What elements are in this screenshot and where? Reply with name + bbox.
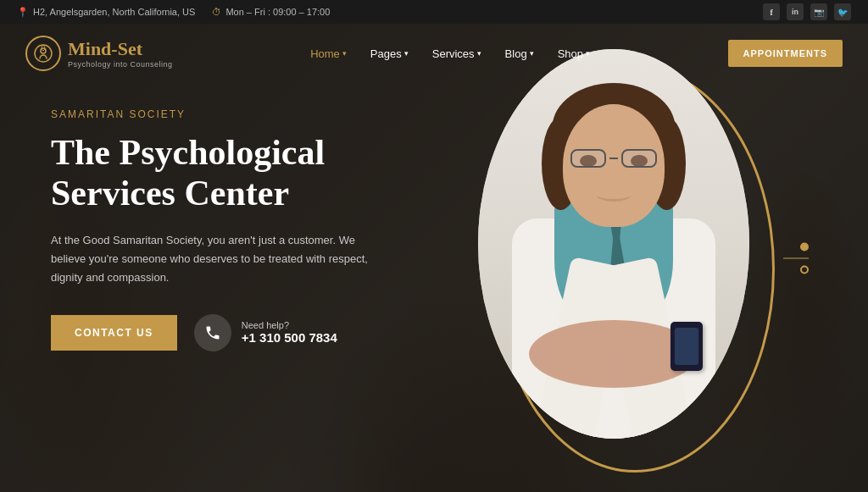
phone-label: Need help? xyxy=(242,320,337,330)
scroll-dot-1[interactable] xyxy=(800,242,809,251)
nav-pages-label: Pages xyxy=(370,47,402,60)
appointments-button[interactable]: APPOINTMENTS xyxy=(728,40,843,67)
hero-content: SAMARITAN SOCIETY The Psychological Serv… xyxy=(51,108,432,351)
clock-icon: ⏱ xyxy=(212,7,221,17)
nav-services-arrow: ▾ xyxy=(477,49,481,58)
logo-name: Mind-Set xyxy=(68,38,173,60)
address-text: H2, Angelsgarden, North California, US xyxy=(33,7,195,17)
doctor-image-container xyxy=(478,49,766,464)
glasses xyxy=(567,149,660,168)
contact-button[interactable]: CONTACT US xyxy=(51,315,177,351)
phone-icon[interactable] xyxy=(194,314,231,351)
phone-svg xyxy=(204,324,221,341)
nav-home-arrow: ▾ xyxy=(342,49,347,58)
scroll-dots xyxy=(800,242,809,274)
instagram-icon[interactable]: 📷 xyxy=(810,3,827,20)
nav-home[interactable]: Home ▾ xyxy=(310,47,347,60)
smile xyxy=(597,189,631,202)
logo-icon xyxy=(25,36,61,71)
hours-item: ⏱ Mon – Fri : 09:00 – 17:00 xyxy=(212,7,330,17)
glasses-bridge xyxy=(609,158,618,159)
logo-text-block: Mind-Set Psychology into Counseling xyxy=(68,38,173,69)
nav-blog-label: Blog xyxy=(505,47,527,60)
navbar: Mind-Set Psychology into Counseling Home… xyxy=(0,24,868,83)
logo: Mind-Set Psychology into Counseling xyxy=(25,36,173,71)
nav-services-label: Services xyxy=(432,47,475,60)
phone-number: +1 310 500 7834 xyxy=(242,330,337,345)
mobile-phone xyxy=(670,322,703,371)
hero-subtitle: SAMARITAN SOCIETY xyxy=(51,108,432,120)
nav-blog[interactable]: Blog ▾ xyxy=(505,47,534,60)
location-icon: 📍 xyxy=(17,7,29,18)
phone-text: Need help? +1 310 500 7834 xyxy=(242,320,337,345)
scroll-dot-2[interactable] xyxy=(800,265,809,274)
phone-block: Need help? +1 310 500 7834 xyxy=(194,314,337,351)
scroll-line xyxy=(783,257,809,258)
logo-tagline: Psychology into Counseling xyxy=(68,60,173,69)
phone-screen xyxy=(675,328,698,365)
nav-pages[interactable]: Pages ▾ xyxy=(370,47,409,60)
facebook-icon[interactable]: f xyxy=(763,3,780,20)
nav-shop-arrow: ▾ xyxy=(586,49,590,58)
hero-title: The Psychological Services Center xyxy=(51,132,432,214)
logo-svg xyxy=(33,43,53,64)
top-bar: 📍 H2, Angelsgarden, North California, US… xyxy=(0,0,868,24)
hero-actions: CONTACT US Need help? +1 310 500 7834 xyxy=(51,314,432,351)
top-bar-left: 📍 H2, Angelsgarden, North California, US… xyxy=(17,7,330,18)
nav-pages-arrow: ▾ xyxy=(404,49,409,58)
address-item: 📍 H2, Angelsgarden, North California, US xyxy=(17,7,195,18)
glasses-right-lens xyxy=(621,149,657,168)
nav-blog-arrow: ▾ xyxy=(530,49,534,58)
nav-home-label: Home xyxy=(310,47,340,60)
nav-links: Home ▾ Pages ▾ Services ▾ Blog ▾ Shop ▾ xyxy=(310,47,590,60)
hours-text: Mon – Fri : 09:00 – 17:00 xyxy=(225,7,330,17)
twitter-icon[interactable]: 🐦 xyxy=(834,3,851,20)
hero-description: At the Good Samaritan Society, you aren'… xyxy=(51,231,373,287)
nav-shop-label: Shop xyxy=(558,47,583,60)
linkedin-icon[interactable]: in xyxy=(787,3,804,20)
logo-name-part2: Set xyxy=(118,38,142,59)
social-links: f in 📷 🐦 xyxy=(763,3,851,20)
hero-section: Mind-Set Psychology into Counseling Home… xyxy=(0,24,868,492)
glasses-left-lens xyxy=(570,149,606,168)
doctor-oval xyxy=(478,49,749,439)
nav-shop[interactable]: Shop ▾ xyxy=(558,47,590,60)
nav-services[interactable]: Services ▾ xyxy=(432,47,481,60)
logo-name-part1: Mind- xyxy=(68,38,118,59)
